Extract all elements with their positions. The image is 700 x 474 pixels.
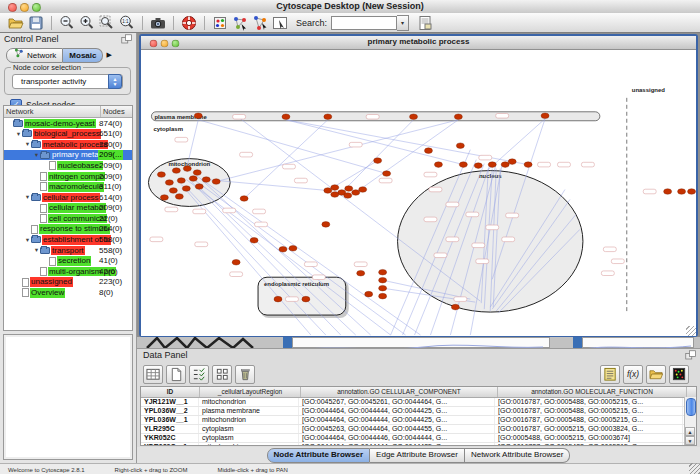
app-resize-grip[interactable]: [689, 463, 700, 474]
gene-node[interactable]: [212, 179, 220, 185]
gene-node[interactable]: [289, 246, 297, 252]
window-resize-grip[interactable]: [686, 326, 696, 336]
tree-column-nodes[interactable]: Nodes: [101, 106, 127, 117]
gene-node[interactable]: [501, 162, 509, 168]
gene-node[interactable]: [379, 285, 387, 291]
tree-item-secretion[interactable]: secretion41(0): [4, 256, 132, 267]
expander-icon[interactable]: ▼: [24, 237, 31, 243]
tree-item-cellular-metabol[interactable]: cellular metabol209(0): [4, 203, 132, 214]
gene-node[interactable]: [678, 189, 686, 195]
gene-node[interactable]: [189, 176, 197, 182]
gene-node[interactable]: [379, 269, 387, 275]
gene-node[interactable]: [488, 162, 496, 168]
gene-node[interactable]: [195, 184, 203, 190]
gene-node[interactable]: [664, 189, 672, 195]
background-window-thumbnail[interactable]: [292, 337, 550, 348]
scroll-up-icon[interactable]: ▲: [685, 427, 695, 436]
attribute-grid-icon[interactable]: [143, 365, 163, 384]
help-ring-icon[interactable]: [180, 14, 198, 32]
tab-network-attribute-browser[interactable]: Network Attribute Browser: [465, 448, 570, 463]
zoom-out-icon[interactable]: [58, 14, 76, 32]
gene-node[interactable]: [383, 171, 391, 177]
gene-node[interactable]: [175, 194, 183, 200]
gene-node[interactable]: [322, 222, 330, 228]
gene-node[interactable]: [434, 162, 442, 168]
gene-node[interactable]: [172, 168, 180, 174]
expander-icon[interactable]: ▼: [24, 141, 31, 147]
tree-item-nitrogen-compo[interactable]: nitrogen compo209(0): [4, 171, 132, 182]
search-input[interactable]: [331, 16, 397, 30]
table-row[interactable]: YDR039C__1mitochondrion[GO:0044464, GO:0…: [141, 443, 696, 446]
delete-attribute-icon[interactable]: [235, 365, 255, 384]
tree-item-unassigned[interactable]: unassigned223(0): [4, 277, 132, 288]
gene-node[interactable]: [302, 296, 310, 302]
tree-item-response-to-stimulu[interactable]: response to stimulu264(0): [4, 224, 132, 235]
gene-node[interactable]: [359, 187, 367, 193]
node-color-dropdown[interactable]: transporter activity ▲▼: [12, 74, 123, 89]
expander-icon[interactable]: ▼: [15, 131, 22, 137]
tree-item-cellular-process[interactable]: ▼cellular process614(0): [4, 192, 132, 203]
gene-node[interactable]: [357, 270, 365, 276]
plugin-manager-icon[interactable]: [211, 14, 229, 32]
save-icon[interactable]: [27, 14, 45, 32]
gene-node[interactable]: [344, 193, 352, 199]
background-window-edge[interactable]: [573, 337, 582, 348]
edge[interactable]: [342, 120, 414, 193]
attribute-list-icon[interactable]: [600, 365, 620, 384]
network-merge-icon[interactable]: [231, 14, 249, 32]
gene-node[interactable]: [459, 162, 467, 168]
gene-node[interactable]: [232, 259, 240, 265]
network-view-window[interactable]: primary metabolic process plasma membran…: [139, 34, 698, 337]
gene-node[interactable]: [524, 162, 532, 168]
table-scrollbar[interactable]: ▲ ▼: [684, 397, 696, 445]
gene-node[interactable]: [331, 185, 339, 191]
gene-node[interactable]: [365, 291, 373, 297]
background-window-edge[interactable]: [283, 337, 292, 348]
unselect-attributes-icon[interactable]: [212, 365, 232, 384]
gene-node[interactable]: [374, 158, 382, 164]
float-panel-icon[interactable]: [121, 34, 133, 48]
tab-overflow-arrow-icon[interactable]: ▶: [106, 51, 111, 59]
birdseye-view[interactable]: [3, 334, 133, 460]
table-row[interactable]: YJR121W__1mitochondrion[GO:0045267, GO:0…: [141, 398, 696, 407]
gene-node[interactable]: [451, 304, 459, 310]
table-row[interactable]: YPL036W__1mitochondrion[GO:0044464, GO:0…: [141, 416, 696, 425]
gene-node[interactable]: [474, 163, 482, 169]
tree-item-metabolic-process[interactable]: ▼metabolic process280(0): [4, 139, 132, 150]
import-attributes-icon[interactable]: [646, 365, 666, 384]
background-window-thumbnail[interactable]: [582, 337, 694, 348]
tree-item-macromolecule[interactable]: macromolecule311(0): [4, 182, 132, 193]
zoom-fit-icon[interactable]: 1:1: [118, 14, 136, 32]
gene-node[interactable]: [379, 277, 387, 283]
edge[interactable]: [286, 120, 463, 165]
gene-node[interactable]: [456, 143, 464, 149]
gene-node[interactable]: [379, 293, 387, 299]
gene-node[interactable]: [541, 113, 549, 119]
tab-node-attribute-browser[interactable]: Node Attribute Browser: [267, 448, 371, 463]
gene-node[interactable]: [193, 170, 201, 176]
table-row[interactable]: YLR295Ccytoplasm[GO:0045263, GO:0044464,…: [141, 425, 696, 434]
gene-node[interactable]: [177, 178, 185, 184]
tab-edge-attribute-browser[interactable]: Edge Attribute Browser: [370, 448, 465, 463]
attribute-search-icon[interactable]: [416, 14, 434, 32]
tree-item-multi-organism-pro[interactable]: multi-organism pro42(0): [4, 266, 132, 277]
expander-icon[interactable]: ▼: [24, 194, 31, 200]
gene-node[interactable]: [508, 159, 516, 165]
tab-network[interactable]: Network: [6, 48, 63, 63]
gene-node[interactable]: [274, 296, 282, 302]
tree-item-overview[interactable]: Overview8(0): [4, 288, 132, 299]
gene-node[interactable]: [194, 113, 202, 119]
column-header[interactable]: annotation.GO MOLECULAR_FUNCTION: [498, 387, 687, 397]
scroll-down-icon[interactable]: ▼: [685, 436, 695, 445]
search-dropdown-arrow-icon[interactable]: ▾: [397, 15, 409, 31]
gene-node[interactable]: [324, 114, 332, 120]
zoom-selected-icon[interactable]: [98, 14, 116, 32]
gene-node[interactable]: [240, 196, 248, 202]
table-row[interactable]: YPL036W__2plasma membrane[GO:0044464, GO…: [141, 407, 696, 416]
gene-node[interactable]: [345, 186, 353, 192]
zoom-in-icon[interactable]: [78, 14, 96, 32]
table-row[interactable]: YKR052Ccytoplasm[GO:0044464, GO:0044446,…: [141, 434, 696, 443]
gene-node[interactable]: [165, 180, 173, 186]
tab-mosaic[interactable]: Mosaic: [63, 48, 103, 63]
gene-node[interactable]: [160, 195, 168, 201]
